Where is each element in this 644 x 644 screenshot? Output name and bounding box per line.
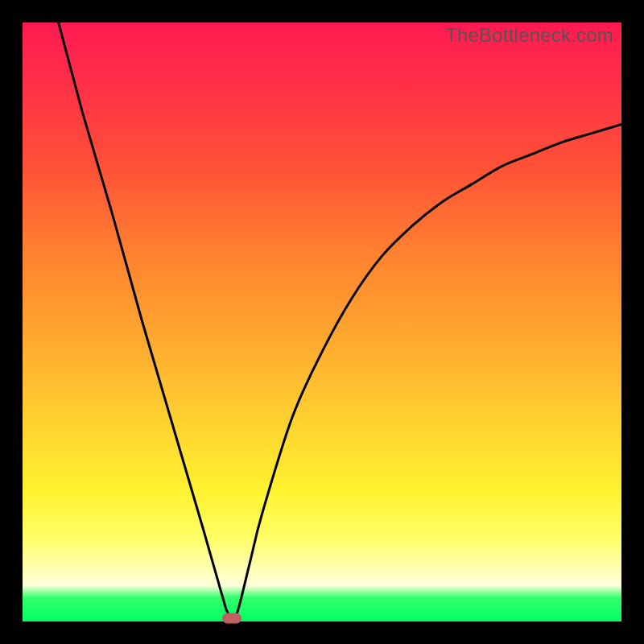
- optimal-point-marker: [222, 613, 242, 624]
- bottleneck-gradient-plot: TheBottleneck.com: [23, 23, 621, 621]
- bottleneck-curve: [23, 23, 621, 621]
